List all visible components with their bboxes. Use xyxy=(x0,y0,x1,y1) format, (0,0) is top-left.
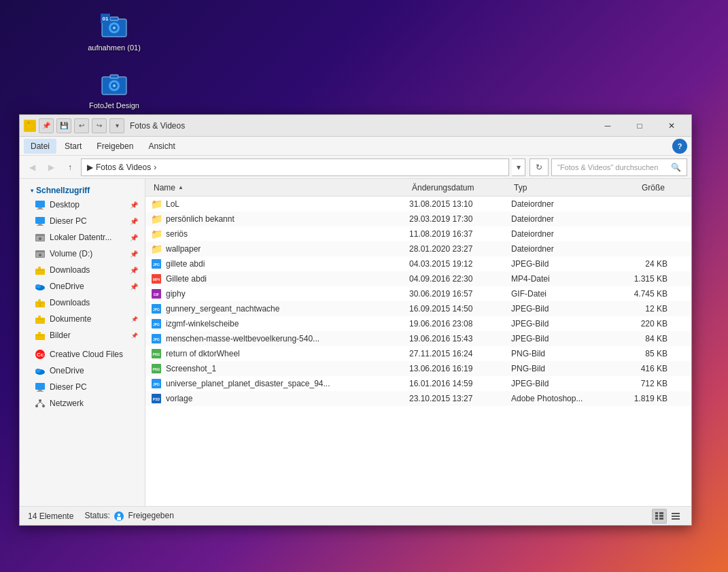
sidebar-item-onedrive1[interactable]: OneDrive 📌 xyxy=(20,278,145,295)
save-btn[interactable]: 💾 xyxy=(56,118,71,133)
close-button[interactable]: ✕ xyxy=(656,115,687,137)
table-row[interactable]: 📁LoL 31.08.2015 13:10 Dateiordner xyxy=(145,197,691,212)
minimize-button[interactable]: ─ xyxy=(592,115,623,137)
col-header-size[interactable]: Größe xyxy=(600,179,668,196)
refresh-button[interactable]: ↻ xyxy=(530,158,549,176)
creative-cloud-icon: Cc xyxy=(35,349,46,360)
svg-rect-30 xyxy=(38,267,41,269)
sidebar-lokaler-label: Lokaler Datentr... xyxy=(50,233,111,242)
sidebar-item-creative-cloud[interactable]: Cc Creative Cloud Files xyxy=(20,346,145,363)
downloads1-sidebar-icon xyxy=(35,265,46,275)
table-row[interactable]: 📁seriös 11.08.2019 16:37 Dateiordner xyxy=(145,226,691,241)
sidebar-item-bilder[interactable]: Bilder 📌 xyxy=(20,327,145,343)
search-icon[interactable]: 🔍 xyxy=(671,163,681,172)
svg-text:JPG: JPG xyxy=(153,382,160,386)
table-row[interactable]: JPG universe_planet_planet_disaster_spac… xyxy=(145,376,691,391)
redo-btn[interactable]: ↪ xyxy=(92,118,107,133)
sidebar-item-downloads2[interactable]: ↓ Downloads xyxy=(20,295,145,311)
dropdown-btn[interactable]: ▾ xyxy=(109,118,124,133)
sidebar-section-schnellzugriff[interactable]: ▾ Schnellzugriff xyxy=(20,183,145,197)
schnellzugriff-chevron: ▾ xyxy=(31,188,33,194)
svg-rect-13 xyxy=(110,75,118,78)
sidebar-item-desktop[interactable]: Desktop 📌 xyxy=(20,197,145,213)
svg-text:JPG: JPG xyxy=(153,263,160,267)
menu-start[interactable]: Start xyxy=(58,139,88,154)
sidebar-item-dieser-pc2[interactable]: Dieser PC xyxy=(20,379,145,395)
sidebar-item-onedrive2[interactable]: OneDrive xyxy=(20,363,145,379)
svg-point-73 xyxy=(118,514,120,516)
desktop-icon-aufnahmen[interactable]: 01 aufnahmen (01) xyxy=(87,14,141,52)
downloads2-sidebar-icon: ↓ xyxy=(35,297,46,308)
menu-ansicht[interactable]: Ansicht xyxy=(141,139,181,154)
col-header-type[interactable]: Typ xyxy=(511,179,600,196)
fotojet-label: FotoJet Design xyxy=(89,101,139,110)
svg-text:JPG: JPG xyxy=(153,322,160,326)
menu-freigeben[interactable]: Freigeben xyxy=(90,139,140,154)
sidebar-item-lokaler[interactable]: Lokaler Datentr... 📌 xyxy=(20,229,145,246)
table-row[interactable]: 📁persönlich bekannt 29.03.2019 17:30 Dat… xyxy=(145,212,691,226)
forward-button[interactable]: ▶ xyxy=(43,159,59,175)
svg-rect-37 xyxy=(38,316,41,318)
pin-btn[interactable]: 📌 xyxy=(39,118,54,133)
onedrive1-sidebar-icon xyxy=(35,281,46,292)
sidebar-item-dieser-pc[interactable]: Dieser PC 📌 xyxy=(20,213,145,229)
table-row[interactable]: JPG gillete abdi 04.03.2015 19:12 JPEG-B… xyxy=(145,256,691,271)
table-row[interactable]: PNG return of dktorWheel 27.11.2015 16:2… xyxy=(145,346,691,361)
table-row[interactable]: JPG menschen-masse-weltbevoelkerung-540.… xyxy=(145,331,691,346)
sidebar-item-volume-d[interactable]: Volume (D:) 📌 xyxy=(20,246,145,262)
sidebar-onedrive1-label: OneDrive xyxy=(50,282,84,291)
svg-rect-36 xyxy=(35,318,45,324)
lokaler-sidebar-icon xyxy=(35,232,46,243)
explorer-window: 📌 💾 ↩ ↪ ▾ Fotos & Videos ─ □ ✕ Datei Sta… xyxy=(19,114,692,526)
address-dropdown[interactable]: ▾ xyxy=(512,158,525,176)
sidebar-dieser-pc2-label: Dieser PC xyxy=(50,382,87,392)
svg-rect-14 xyxy=(26,123,34,129)
help-button[interactable]: ? xyxy=(672,139,687,154)
details-view-button[interactable] xyxy=(652,509,667,524)
table-row[interactable]: PNG Screenshot_1 13.06.2016 16:19 PNG-Bi… xyxy=(145,361,691,376)
dokumente-sidebar-icon xyxy=(35,314,46,324)
search-box[interactable]: "Fotos & Videos" durchsuchen 🔍 xyxy=(551,158,687,176)
table-row[interactable]: MP4 Gillete abdi 04.09.2016 22:30 MP4-Da… xyxy=(145,271,691,286)
sidebar-item-netzwerk[interactable]: Netzwerk xyxy=(20,395,145,411)
table-row[interactable]: 📁wallpaper 28.01.2020 23:27 Dateiordner xyxy=(145,241,691,256)
png-icon: PNG xyxy=(151,363,162,374)
table-row[interactable]: GIF giphy 30.06.2019 16:57 GIF-Datei 4.7… xyxy=(145,286,691,301)
maximize-button[interactable]: □ xyxy=(624,115,655,137)
undo-btn[interactable]: ↩ xyxy=(74,118,89,133)
bilder-sidebar-icon xyxy=(35,330,46,341)
breadcrumb-home[interactable]: ▶ xyxy=(87,163,93,172)
svg-rect-38 xyxy=(35,334,45,340)
sidebar-item-downloads1[interactable]: Downloads 📌 xyxy=(20,262,145,278)
svg-rect-18 xyxy=(38,207,42,209)
window-icon xyxy=(24,120,36,132)
pin-icon-bilder: 📌 xyxy=(131,333,138,339)
schnellzugriff-label: Schnellzugriff xyxy=(36,186,90,195)
svg-line-50 xyxy=(37,402,40,405)
address-path[interactable]: ▶ Fotos & Videos › xyxy=(81,158,509,176)
status-bar: 14 Elemente Status: Freigegeben xyxy=(20,506,691,525)
back-button[interactable]: ◀ xyxy=(24,159,40,175)
col-type-label: Typ xyxy=(514,183,527,192)
menu-bar: Datei Start Freigeben Ansicht ? xyxy=(20,137,691,156)
table-row[interactable]: PSD vorlage 23.10.2015 13:27 Adobe Photo… xyxy=(145,391,691,406)
sidebar-item-dokumente[interactable]: Dokumente 📌 xyxy=(20,311,145,327)
sidebar-dokumente-label: Dokumente xyxy=(50,314,91,324)
desktop-icon-fotojet[interactable]: FotoJet Design xyxy=(87,71,141,110)
item-count: 14 Elemente xyxy=(28,511,73,521)
up-button[interactable]: ↑ xyxy=(62,159,78,175)
svg-rect-19 xyxy=(37,209,44,209)
table-row[interactable]: JPG izgmf-winkelscheibe 19.06.2016 23:08… xyxy=(145,316,691,331)
col-header-date[interactable]: Änderungsdatum xyxy=(409,179,511,196)
svg-rect-82 xyxy=(672,516,680,517)
volume-d-sidebar-icon xyxy=(35,248,46,259)
sidebar-desktop-label: Desktop xyxy=(50,200,80,209)
list-view-button[interactable] xyxy=(668,509,683,524)
menu-datei[interactable]: Datei xyxy=(24,139,56,154)
svg-rect-17 xyxy=(35,201,45,207)
svg-text:PNG: PNG xyxy=(153,367,160,371)
table-row[interactable]: JPG gunnery_sergeant_nachtwache 16.09.20… xyxy=(145,301,691,316)
col-header-name[interactable]: Name ▲ xyxy=(151,179,409,196)
sidebar-volume-d-label: Volume (D:) xyxy=(50,249,92,258)
window-title: Fotos & Videos xyxy=(130,121,185,131)
